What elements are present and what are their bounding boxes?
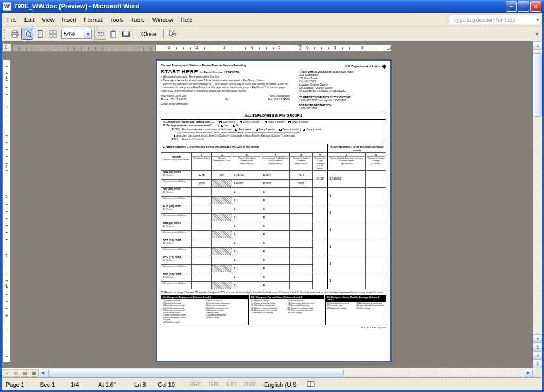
previous-page-button[interactable]: ▲▲ [533, 343, 542, 351]
column-sub: (Whole dollars) [233, 163, 260, 165]
d-box-columns: 01 Seasonal increase02 Seasonal decrease… [162, 299, 248, 324]
vertical-scroll-thumb[interactable] [533, 53, 542, 117]
hanging-indent-marker[interactable] [299, 47, 302, 50]
form-title: Current Employment Statistics Report For… [161, 64, 295, 67]
toolbar-options-icon[interactable]: ▾ [533, 31, 540, 37]
d-item: 10 Recall from layoff [163, 321, 204, 324]
view-ruler-button[interactable] [94, 28, 106, 40]
web-layout-view-button[interactable]: ◎ [12, 369, 20, 377]
data-cell [212, 187, 232, 196]
menu-edit[interactable]: Edit [21, 15, 38, 24]
context-help-button[interactable]: ? [166, 28, 178, 40]
zoom-combobox[interactable]: 54% ▾ [61, 29, 92, 39]
close-window-button[interactable]: × [530, 1, 541, 12]
scroll-left-button[interactable]: ◀ [38, 369, 47, 377]
menu-file[interactable]: File [4, 15, 21, 24]
checkbox-icon[interactable] [288, 121, 291, 123]
first-line-indent-marker[interactable] [299, 45, 302, 49]
chevron-down-icon[interactable]: ▾ [536, 17, 539, 22]
reason-cell: 01,13 [313, 170, 327, 187]
toolbar-separator [163, 29, 164, 39]
nonsupervisory-cell: Nonsupervisory Workers [162, 281, 192, 289]
one-page-icon [36, 30, 45, 38]
shrink-to-fit-button[interactable] [107, 28, 119, 40]
checkbox-icon[interactable] [279, 129, 282, 131]
select-browse-object-button[interactable]: ● [533, 351, 542, 360]
checkbox-icon[interactable] [219, 121, 222, 123]
checkbox-icon[interactable] [240, 121, 242, 123]
menu-help[interactable]: Help [177, 15, 197, 24]
menu-insert[interactable]: Insert [58, 15, 80, 24]
data-cell [212, 238, 232, 247]
title-bar[interactable]: W 790E_WW.doc (Preview) - Microsoft Word… [0, 0, 544, 13]
zoom-value: 54% [62, 31, 84, 37]
print-layout-view-button[interactable]: ▤ [21, 369, 29, 377]
vertical-scroll-track[interactable] [533, 50, 542, 334]
document-page[interactable]: Current Employment Statistics Report For… [156, 59, 392, 362]
horizontal-scroll-thumb[interactable] [48, 369, 344, 377]
minimize-button[interactable]: – [506, 1, 517, 12]
all-workers-label: All Workers [163, 242, 191, 244]
status-flag-ext[interactable]: EXT [223, 381, 241, 387]
word-app-icon[interactable]: W [3, 2, 11, 11]
data-cell [192, 230, 212, 238]
horizontal-ruler[interactable]: 12345678 [12, 43, 531, 53]
checkbox-icon[interactable] [235, 129, 237, 131]
right-indent-marker[interactable] [387, 47, 390, 50]
status-language[interactable]: English (U.S [259, 381, 304, 388]
pay-options: Each weekEvery 2 weeksTwice a monthOnce … [217, 121, 310, 124]
menu-format[interactable]: Format [80, 15, 106, 24]
question-box[interactable]: Type a question for help ▾ [450, 15, 540, 24]
data-cell: 987 [212, 170, 232, 179]
normal-view-button[interactable]: ≡ [3, 369, 11, 377]
pay-option-label: Each week [223, 121, 235, 124]
menu-table[interactable]: Table [127, 15, 148, 24]
checkbox-icon[interactable] [303, 129, 305, 131]
data-cell: $ [232, 281, 261, 289]
close-preview-button[interactable]: Close [137, 28, 161, 39]
scroll-down-button[interactable]: ▼ [533, 334, 542, 343]
horizontal-scroll-track[interactable] [47, 369, 524, 377]
tab-selector[interactable]: L [3, 43, 11, 52]
magnifier-button[interactable] [21, 28, 33, 40]
checkbox-icon[interactable] [265, 121, 267, 123]
next-page-button[interactable]: ▼▼ [533, 360, 542, 368]
full-screen-button[interactable] [120, 28, 132, 40]
scroll-up-button[interactable]: ▲ [533, 41, 542, 50]
start-here-label: START HERE [161, 69, 198, 75]
hatched-cell [212, 281, 232, 289]
status-flag-ovr[interactable]: OVR [241, 381, 259, 387]
vertical-ruler[interactable]: 123456789 [3, 59, 11, 362]
contact-email: Email: email@zzz.com [161, 102, 188, 105]
outline-view-button[interactable]: ▦ [30, 369, 38, 377]
toolbar-grip[interactable] [4, 29, 6, 39]
print-button[interactable] [8, 28, 21, 40]
multiple-pages-button[interactable] [47, 28, 59, 40]
data-cell [290, 213, 313, 221]
vertical-scrollbar[interactable]: ▲ ▼ ▲▲ ● ▼▼ [533, 41, 542, 368]
spellcheck-status-icon[interactable] [307, 381, 315, 388]
more-info-number: 1-800-827-2005 [299, 107, 386, 110]
menu-tools[interactable]: Tools [106, 15, 128, 24]
ruler-number: 4 [251, 45, 253, 50]
horizontal-ruler-band: 12345678 [156, 44, 392, 52]
one-page-button[interactable] [34, 28, 46, 40]
column-sub: (Whole hours) [290, 163, 312, 165]
status-flag-trk[interactable]: TRK [205, 381, 223, 387]
hatched-cell [212, 264, 232, 272]
month-cell: JUN (06) 06/30All Workers [162, 170, 192, 179]
menu-view[interactable]: View [38, 15, 58, 24]
yes-label: Yes [224, 124, 228, 127]
chevron-down-icon[interactable]: ▾ [84, 29, 91, 38]
checkbox-icon[interactable] [256, 129, 258, 131]
hatched-cell [212, 179, 232, 187]
column-number: 4 [262, 153, 288, 157]
status-flag-rec[interactable]: REC [186, 381, 205, 387]
pay-option-label: Twice a month [268, 121, 284, 124]
d-item: 18 Other change [206, 317, 247, 319]
data-cell: 4579 [290, 170, 313, 179]
menu-window[interactable]: Window [149, 15, 177, 24]
scroll-right-button[interactable]: ▶ [524, 369, 533, 377]
nonsupervisory-label: Nonsupervisory Workers [163, 214, 191, 216]
restore-button[interactable]: □ [518, 1, 529, 12]
